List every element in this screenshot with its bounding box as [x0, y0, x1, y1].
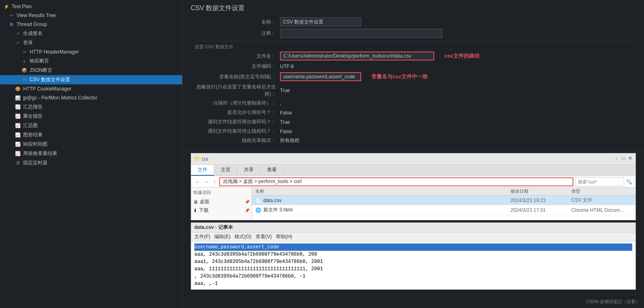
timer-icon: ⏱ [15, 160, 21, 166]
file-type-html: Chrome HTML Docum... [571, 207, 632, 213]
scissors-icon: ✂ [8, 12, 15, 19]
sidebar-item-label: 登录 [23, 39, 33, 46]
csv-settings-panel: CSV 数据文件设置 名称： 注释： 设置 CSV 数据文件 文件名： csv文… [183, 0, 644, 151]
ignore-firstline-label: 忽略首行(只在设置了变量名称后才生效)： [191, 84, 280, 97]
sidebar-item-xiangying-shijian[interactable]: 📈 响应时间图 [0, 140, 182, 149]
menu-help[interactable]: 帮助(H) [276, 233, 293, 240]
sidebar-item-label: 生成签名 [23, 30, 43, 37]
search-input[interactable] [575, 177, 624, 186]
nav-back-button[interactable]: ← [194, 179, 201, 185]
gear-icon: ⚙ [8, 21, 15, 28]
varnames-label: 变量名称(西文逗号间隔)： [191, 73, 280, 80]
menu-file[interactable]: 文件(F) [194, 233, 210, 240]
stop-label: 遇到文件结束符停止线程吗？： [191, 128, 280, 135]
nav-up-button[interactable]: ↑ [212, 179, 217, 185]
csv-file-icon: 📄 [255, 198, 261, 203]
explorer-tab-view[interactable]: 查看 [261, 165, 284, 176]
file-date-html: 2024/3/23 17:01 [510, 207, 571, 213]
sidebar-item-huizong[interactable]: 📈 汇总报告 [0, 102, 182, 112]
delimiter-row: 分隔符（用'\t'代替制表符）： , [191, 100, 636, 107]
varnames-input[interactable] [280, 72, 361, 81]
chart-icon: 📈 [15, 104, 21, 110]
sidebar-item-yongbiao[interactable]: 📈 用表格查看结果 [0, 149, 182, 158]
sidebar-desktop[interactable]: 🖥 桌面 📌 [193, 198, 250, 206]
ignore-firstline-value: True [280, 88, 290, 93]
delimiter-label: 分隔符（用'\t'代替制表符）： [191, 100, 280, 107]
explorer-tab-home[interactable]: 主页 [214, 165, 237, 176]
sidebar-item-http-header[interactable]: ✂ HTTP HeaderManager [0, 47, 182, 56]
explorer-addressbar: ← → ↑ 🔍 [191, 176, 635, 187]
sidebar-item-json[interactable]: 📦 JSON断言 [0, 66, 182, 75]
sidebar-item-huizong-tu[interactable]: 📈 汇总图 [0, 121, 182, 130]
annotation-row-1: csv文件的路径 [280, 52, 480, 60]
file-row-html[interactable]: 🌐 新文件 3.html 2024/3/23 17:01 Chrome HTML… [252, 205, 635, 215]
sidebar-item-tuxing[interactable]: 📈 图形结果 [0, 130, 182, 140]
pin-icon: 📌 [245, 200, 250, 204]
explorer-tab-file[interactable]: 文件 [191, 165, 214, 176]
sidebar-item-shengcheng[interactable]: ✓ 生成签名 [0, 29, 182, 38]
name-row: 名称： [191, 17, 636, 26]
explorer-titlebar-right: － □ ✕ [614, 155, 632, 162]
notepad-line-5: aaa, ,-1 [194, 280, 632, 287]
sidebar-item-label: JSON断言 [30, 67, 52, 74]
scissors-icon: ✂ [21, 49, 28, 55]
explorer-tabs: 文件 主页 共享 查看 [191, 165, 635, 176]
nav-forward-button[interactable]: → [203, 179, 210, 185]
quote-row: 是否允许引用符号？： False [191, 109, 636, 116]
col-header-date: 修改日期 [510, 188, 571, 194]
col-header-type: 类型 [571, 188, 632, 194]
sidebar-item-thread-group[interactable]: ⚙ Thread Group [0, 20, 182, 29]
sidebar-item-test-plan[interactable]: ⚡ Test Plan [0, 2, 182, 11]
search-icon[interactable]: 🔍 [626, 179, 632, 185]
sidebar-item-perfmon[interactable]: 📊 jp@gc - PerfMon Metrics Collector [0, 93, 182, 102]
stop-row: 遇到文件结束符停止线程吗？： False [191, 128, 636, 135]
sidebar-item-label: 固定定时器 [23, 159, 47, 166]
menu-view[interactable]: 查看(V) [256, 233, 272, 240]
file-row-data-csv[interactable]: 📄 data.csv 2024/3/23 19:23 CSV 文件 [252, 196, 635, 205]
note-input[interactable] [280, 29, 442, 38]
filename-input[interactable] [280, 52, 434, 60]
watermark: CSDN @测试笔记（自看） [586, 299, 640, 305]
sidebar-item-gudingdinshi[interactable]: ⏱ 固定定时器 [0, 158, 182, 168]
sidebar-item-label: View Results Tree [17, 13, 56, 18]
sidebar-item-xiangying[interactable]: ▪ 响应断言 [0, 56, 182, 66]
sidebar-item-label: Thread Group [17, 22, 47, 27]
explorer-tab-share[interactable]: 共享 [237, 165, 261, 176]
ignore-firstline-row: 忽略首行(只在设置了变量名称后才生效)： True [191, 84, 636, 97]
menu-format[interactable]: 格式(O) [235, 233, 251, 240]
sidebar-item-csv[interactable]: ✂ CSV 数据文件设置 [0, 75, 182, 84]
file-date-data-csv: 2024/3/23 19:23 [510, 198, 571, 203]
notepad-line-4: , 243c3d8395b4a72b6908f79e434786b0, -1 [194, 273, 632, 280]
chart-icon: 📈 [15, 151, 21, 157]
note-row: 注释： [191, 29, 636, 38]
sidebar-item-http-cookie[interactable]: 🍪 HTTP CookieManager [0, 84, 182, 93]
file-explorer: 📁 cur － □ ✕ 文件 主页 共享 查看 ← → ↑ 🔍 快速访问 [191, 153, 636, 220]
download-label: 下载 [199, 207, 209, 214]
download-icon: ⬇ [193, 208, 197, 213]
doc-icon: ▪ [21, 58, 28, 65]
notepad-line-2: aaa1, 243c3d8395b4a72b6908f79e434786b0, … [194, 258, 632, 265]
file-name-html: 🌐 新文件 3.html [255, 207, 510, 213]
sidebar-download[interactable]: ⬇ 下载 📌 [193, 206, 250, 215]
address-input[interactable] [219, 177, 574, 186]
col-header-name: 名称 [255, 188, 510, 194]
explorer-sidebar: 快速访问 🖥 桌面 📌 ⬇ 下载 📌 [191, 187, 252, 220]
menu-edit[interactable]: 编辑(E) [214, 233, 230, 240]
name-input[interactable] [280, 17, 361, 26]
minimize-button[interactable]: － [614, 155, 619, 162]
csv-section-label: 设置 CSV 数据文件 [195, 41, 636, 50]
quote-value: False [280, 110, 292, 116]
annotation-row-2: 变量名与csv文件中一致 [280, 72, 428, 81]
sidebar-item-juhe[interactable]: 📈 聚合报告 [0, 112, 182, 121]
sidebar-item-denglu[interactable]: ✓ 登录 [0, 38, 182, 47]
sidebar-item-view-results-tree[interactable]: ✂ View Results Tree [0, 11, 182, 20]
chart-icon: 📈 [15, 132, 21, 138]
maximize-button[interactable]: □ [622, 155, 625, 162]
cookie-icon: 🍪 [15, 86, 21, 92]
explorer-titlebar-left: 📁 cur [194, 156, 209, 162]
close-button[interactable]: ✕ [628, 155, 632, 162]
notepad-menu: 文件(F) 编辑(E) 格式(O) 查看(V) 帮助(H) [191, 233, 635, 241]
share-mode-row: 线程共享模式： 所有线程 [191, 137, 636, 144]
csv-panel-title: CSV 数据文件设置 [191, 4, 636, 13]
check-icon: ✓ [15, 40, 21, 46]
